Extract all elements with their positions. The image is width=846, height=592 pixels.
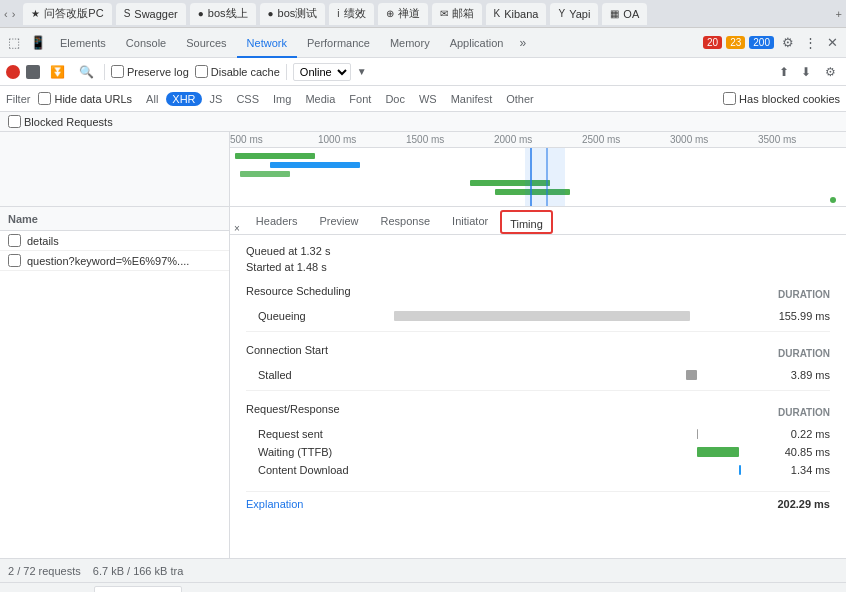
ruler-tick-6: 3500 ms (758, 134, 796, 145)
filter-type-css[interactable]: CSS (230, 92, 265, 106)
connection-start-label: Connection Start (246, 344, 328, 356)
network-settings-btn[interactable]: ⚙ (821, 63, 840, 81)
browser-tab-4[interactable]: i绩效 (329, 3, 373, 25)
close-btn[interactable]: ✕ (823, 33, 842, 52)
filter-type-xhr[interactable]: XHR (166, 92, 201, 106)
search-btn[interactable]: 🔍 (75, 63, 98, 81)
filter-type-js[interactable]: JS (204, 92, 229, 106)
name-item-checkbox-1[interactable] (8, 254, 21, 267)
tab-preview[interactable]: Preview (309, 208, 368, 234)
preserve-log-checkbox[interactable] (111, 65, 124, 78)
device-btn[interactable]: 📱 (26, 33, 50, 52)
filter-type-ws[interactable]: WS (413, 92, 443, 106)
devtools-more[interactable]: » (513, 36, 532, 50)
content-download-label: Content Download (246, 464, 386, 476)
hide-data-urls-label[interactable]: Hide data URLs (38, 92, 132, 105)
name-item-0[interactable]: details (0, 231, 229, 251)
preserve-log-label[interactable]: Preserve log (111, 65, 189, 78)
tab-back[interactable]: ‹ (4, 8, 8, 20)
waiting-ttfb-bar-area (394, 446, 742, 458)
filter-btn[interactable]: ⏬ (46, 63, 69, 81)
info-badge: 200 (749, 36, 774, 49)
browser-tab-0[interactable]: ★问答改版PC (23, 3, 111, 25)
devtools-tab-application[interactable]: Application (440, 28, 514, 58)
inspect-btn[interactable]: ⬚ (4, 33, 24, 52)
browser-tab-7[interactable]: KKibana (486, 3, 547, 25)
filter-type-media[interactable]: Media (299, 92, 341, 106)
tab-initiator[interactable]: Initiator (442, 208, 498, 234)
name-item-1[interactable]: question?keyword=%E6%97%.... (0, 251, 229, 271)
request-sent-label: Request sent (246, 428, 386, 440)
request-response-label: Request/Response (246, 403, 340, 415)
record-btn[interactable] (6, 65, 20, 79)
devtools-tab-console[interactable]: Console (116, 28, 176, 58)
filter-type-font[interactable]: Font (343, 92, 377, 106)
tab-whats-new[interactable]: What's New × (94, 586, 182, 593)
filter-type-doc[interactable]: Doc (379, 92, 411, 106)
sep1 (104, 64, 105, 80)
tab-console[interactable]: Console (30, 586, 86, 593)
browser-tab-5[interactable]: ⊕禅道 (378, 3, 428, 25)
detail-tabs: × Headers Preview Response Initiator Tim… (230, 207, 846, 235)
blocked-requests-label[interactable]: Blocked Requests (8, 115, 113, 128)
filter-type-other[interactable]: Other (500, 92, 540, 106)
browser-tab-6[interactable]: ✉邮箱 (432, 3, 482, 25)
devtools-tab-memory[interactable]: Memory (380, 28, 440, 58)
filter-bar: Filter Hide data URLs AllXHRJSCSSImgMedi… (0, 86, 846, 112)
browser-tab-9[interactable]: ▦OA (602, 3, 647, 25)
ruler-tick-3: 2000 ms (494, 134, 532, 145)
clear-btn[interactable] (26, 65, 40, 79)
request-sent-row: Request sent 0.22 ms (246, 425, 830, 443)
queueing-bar-area (394, 310, 742, 322)
browser-tab-1[interactable]: SSwagger (116, 3, 186, 25)
request-sent-duration: 0.22 ms (750, 428, 830, 440)
devtools-tab-sources[interactable]: Sources (176, 28, 236, 58)
devtools-tab-performance[interactable]: Performance (297, 28, 380, 58)
blocked-requests-checkbox[interactable] (8, 115, 21, 128)
disable-cache-checkbox[interactable] (195, 65, 208, 78)
request-response-duration-label: DURATION (778, 407, 830, 418)
tab-timing[interactable]: Timing (500, 210, 553, 234)
has-blocked-label[interactable]: Has blocked cookies (723, 92, 840, 105)
divider2 (246, 390, 830, 391)
detail-close[interactable]: × (234, 223, 240, 234)
name-item-checkbox-0[interactable] (8, 234, 21, 247)
request-sent-bar (697, 429, 699, 439)
timing-content: Queued at 1.32 s Started at 1.48 s Resou… (230, 235, 846, 520)
import-btn[interactable]: ⬆ (775, 63, 793, 81)
settings-btn[interactable]: ⚙ (778, 33, 798, 52)
explanation-link[interactable]: Explanation (246, 498, 304, 510)
browser-tab-3[interactable]: ●bos测试 (260, 3, 326, 25)
filter-type-img[interactable]: Img (267, 92, 297, 106)
devtools-tab-network[interactable]: Network (237, 28, 297, 58)
name-items: detailsquestion?keyword=%E6%97%.... (0, 231, 229, 271)
has-blocked-checkbox[interactable] (723, 92, 736, 105)
name-item-text-0: details (27, 235, 59, 247)
content-download-duration: 1.34 ms (750, 464, 830, 476)
filter-type-manifest[interactable]: Manifest (445, 92, 499, 106)
hide-data-urls-checkbox[interactable] (38, 92, 51, 105)
devtools-tab-elements[interactable]: Elements (50, 28, 116, 58)
tab-forward[interactable]: › (12, 8, 16, 20)
requests-count: 2 / 72 requests (8, 565, 81, 577)
filter-type-all[interactable]: All (140, 92, 164, 106)
throttle-chevron: ▼ (357, 66, 367, 77)
more-btn[interactable]: ⋮ (800, 33, 821, 52)
throttle-select[interactable]: Online (293, 63, 351, 81)
sep2 (286, 64, 287, 80)
browser-tab-2[interactable]: ●bos线上 (190, 3, 256, 25)
timeline-main: 500 ms1000 ms1500 ms2000 ms2500 ms3000 m… (230, 132, 846, 206)
browser-tab-8[interactable]: YYapi (550, 3, 598, 25)
tab-headers[interactable]: Headers (246, 208, 308, 234)
resource-scheduling-section: Resource Scheduling DURATION Queueing 15… (246, 285, 830, 325)
disable-cache-label[interactable]: Disable cache (195, 65, 280, 78)
content-download-bar-area (394, 464, 742, 476)
new-tab-btn[interactable]: + (836, 8, 842, 20)
export-btn[interactable]: ⬇ (797, 63, 815, 81)
tab-response[interactable]: Response (371, 208, 441, 234)
name-header: Name (0, 207, 229, 231)
status-bar: 2 / 72 requests 6.7 kB / 166 kB tra (0, 558, 846, 582)
size-info: 6.7 kB / 166 kB tra (93, 565, 184, 577)
stalled-duration: 3.89 ms (750, 369, 830, 381)
blocked-requests-bar: Blocked Requests (0, 112, 846, 132)
